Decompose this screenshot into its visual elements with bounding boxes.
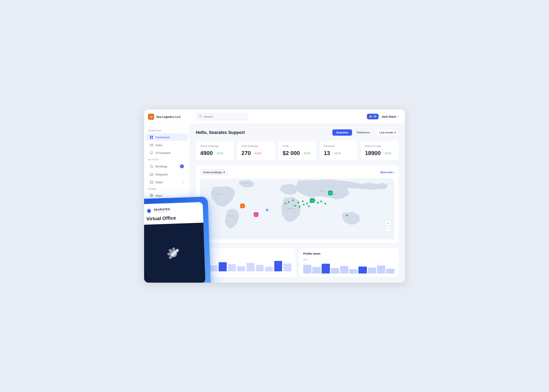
notifications-button[interactable]: 🔔 15	[367, 114, 378, 119]
vo-logo-icon	[146, 208, 152, 214]
svg-text:≡: ≡	[242, 205, 243, 207]
user-menu[interactable]: Jack Stack ▾	[382, 115, 399, 118]
svg-point-53	[303, 204, 305, 205]
svg-text:−: −	[387, 227, 389, 230]
svg-point-51	[294, 205, 296, 207]
bar-6	[246, 263, 255, 271]
dashboard-tabs: Searates Platforms Last month ▾	[332, 129, 399, 136]
stat-change-requests: ↑ 1,2 %	[332, 152, 341, 154]
stat-change-profit: ↑ 1,2 %	[302, 152, 310, 154]
svg-point-48	[317, 202, 319, 204]
mail-icon	[150, 143, 153, 147]
virtual-office-card: SEARATES by DP WORLD Virtual Office	[144, 196, 211, 283]
bar-5	[237, 266, 245, 271]
map-filter-label: Active bookings	[203, 171, 222, 174]
profile-bar-9	[377, 266, 385, 274]
main-content: 🔔 15 Jack Stack ▾ Hello, Searates Suppor…	[190, 109, 405, 283]
sidebar-item-requests[interactable]: Requests	[146, 171, 188, 178]
svg-rect-15	[152, 183, 153, 184]
dashboard-label: Dashboard	[155, 136, 170, 139]
svg-text:≡: ≡	[255, 214, 257, 216]
sidebar-item-bookings[interactable]: Bookings 3	[146, 162, 188, 170]
stat-label-requests: Requests	[324, 145, 353, 148]
tab-searates[interactable]: Searates	[332, 129, 352, 136]
svg-point-47	[314, 199, 315, 201]
vo-brand-sub: by DP WORLD	[154, 211, 170, 213]
vo-header: SEARATES by DP WORLD Virtual Office	[144, 202, 203, 225]
more-info-link[interactable]: More info ›	[381, 171, 395, 174]
svg-point-41	[266, 209, 268, 211]
sidebar-item-rates[interactable]: Rates ▾	[146, 178, 188, 186]
profile-bars	[303, 263, 395, 273]
vo-logo-row: SEARATES by DP WORLD	[146, 206, 199, 214]
stat-label-profit: Profit	[283, 145, 312, 148]
svg-point-56	[285, 203, 286, 204]
svg-point-45	[306, 203, 308, 204]
stats-row: Active bookings 4900 ↑ 1,2 % Total booki…	[196, 141, 399, 161]
period-dropdown[interactable]: Last month ▾	[376, 129, 399, 136]
period-label: Last month	[379, 131, 393, 134]
page-title: Hello, Searates Support	[196, 130, 245, 135]
svg-text:KAZAKHSTAN: KAZAKHSTAN	[316, 201, 324, 203]
vo-logo-text: SEARATES by DP WORLD	[154, 207, 170, 213]
map-filter-dropdown[interactable]: Active bookings ▾	[200, 169, 228, 175]
svg-point-57	[288, 201, 290, 203]
period-chevron-icon: ▾	[395, 131, 396, 134]
user-chevron-icon: ▾	[397, 115, 399, 118]
tab-platforms[interactable]: Platforms	[353, 129, 374, 136]
svg-rect-16	[150, 194, 151, 195]
search-icon	[199, 115, 202, 118]
sidebar-item-inbox[interactable]: Inbox	[146, 141, 188, 149]
grid-icon	[150, 135, 153, 139]
stat-card-total-bookings: Total bookings 270 ↓ 1,2 %	[237, 141, 275, 161]
svg-point-46	[310, 201, 311, 203]
monitor-icon	[150, 151, 153, 154]
svg-point-52	[299, 206, 300, 208]
activity-section-label: ACTIVITY	[144, 157, 189, 162]
svg-rect-2	[150, 136, 151, 137]
bottom-card-left: k i	[196, 248, 296, 277]
stat-value-row-requests: 13 ↑ 1,2 %	[324, 150, 353, 157]
bar-7	[256, 265, 264, 271]
bar-10	[283, 264, 292, 271]
stat-value-active-bookings: 4900	[200, 150, 213, 157]
profile-chart-50k-label: 50K	[303, 258, 395, 261]
svg-point-43	[298, 202, 299, 203]
svg-text:RUSSIA: RUSSIA	[319, 190, 325, 192]
apps-label: Apps	[155, 194, 162, 197]
profile-bar-8	[368, 268, 376, 274]
header-right: 🔔 15 Jack Stack ▾	[367, 114, 399, 119]
notification-icon: 🔔	[369, 115, 372, 118]
profile-bar-10	[386, 269, 395, 274]
svg-rect-18	[150, 196, 151, 197]
briefcase-icon	[150, 165, 153, 168]
box-icon	[150, 194, 153, 197]
svg-rect-13	[150, 183, 151, 184]
svg-text:≡: ≡	[312, 199, 313, 202]
bar-8	[265, 267, 273, 271]
search-input[interactable]	[204, 115, 245, 118]
profile-bar-5	[340, 266, 348, 273]
stat-value-row-active-bookings: 4900 ↑ 1,2 %	[200, 150, 230, 157]
dashboard: Hello, Searates Support Searates Platfor…	[190, 124, 405, 283]
rates-icon	[150, 181, 153, 184]
chart-bars	[200, 258, 292, 271]
sidebar-item-ai-assistant[interactable]: AI Assistant	[146, 149, 188, 157]
stat-card-active-bookings: Active bookings 4900 ↑ 1,2 %	[196, 141, 234, 161]
stat-change-total-bookings: ↓ 1,2 %	[253, 152, 261, 154]
profile-bar-6	[349, 269, 358, 273]
svg-point-54	[308, 205, 310, 207]
app-container: OP Sea Logistics LLC OVERVIEW Dashboard	[144, 109, 405, 283]
stat-label-total-bookings: Total bookings	[242, 145, 271, 148]
stat-value-total-bookings: 270	[242, 150, 251, 157]
svg-text:≡: ≡	[330, 192, 331, 194]
company-logo-icon: OP	[148, 114, 154, 120]
sidebar-item-dashboard[interactable]: Dashboard	[146, 133, 188, 141]
bar-3	[219, 262, 227, 271]
stat-label-rates-for-sale: Rates for sale	[365, 145, 395, 148]
svg-text:USA: USA	[217, 193, 220, 195]
svg-point-50	[325, 203, 326, 204]
svg-line-25	[201, 117, 202, 117]
svg-rect-7	[150, 152, 153, 154]
search-bar[interactable]	[196, 113, 248, 120]
